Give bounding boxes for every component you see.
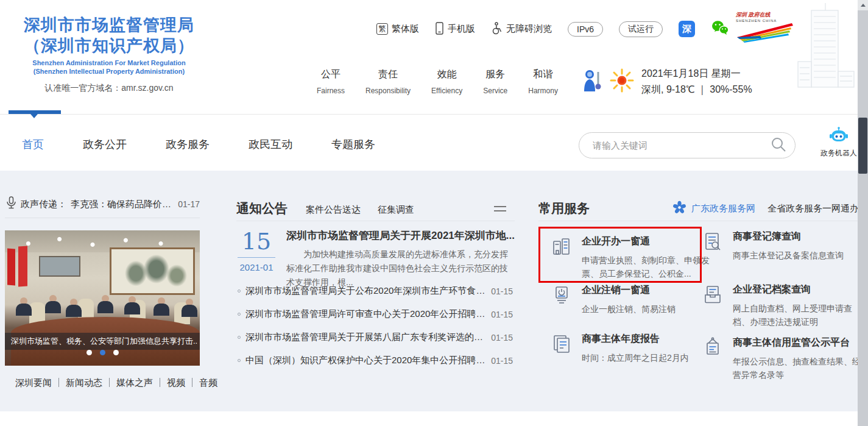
voice-news-bar: 政声传递： 李克强：确保药品降价不降... 01-17 [6, 196, 200, 212]
weather-widget: 2021年1月18日 星期一 深圳, 9-18℃ ｜ 30%-55% [582, 66, 752, 98]
scrollbar-thumb[interactable] [858, 118, 867, 174]
person [182, 299, 197, 317]
guangdong-gov-service-link[interactable]: 广东政务服务网 [691, 203, 755, 215]
search-icon[interactable] [771, 137, 786, 155]
homepage: 深圳市市场监督管理局 （深圳市知识产权局） Shenzhen Administr… [0, 0, 868, 426]
meeting-screen [39, 256, 80, 277]
scrollbar-up-arrow[interactable] [858, 0, 868, 10]
notice-row[interactable]: 中国（深圳）知识产权保护中心关于2020年集中公开招聘高...01-15 [238, 355, 513, 366]
link-audio[interactable]: 音频 [192, 378, 224, 387]
voice-label: 政声传递： [21, 199, 66, 210]
notice-row[interactable]: 深圳市市场监督管理局关于开展第八届广东专利奖评选的补...01-15 [238, 332, 513, 343]
building-sketch [792, 3, 860, 97]
archive-tray-icon [702, 283, 724, 328]
link-news-updates[interactable]: 新闻动态 [59, 378, 110, 387]
service-archive-search[interactable]: 企业登记档案查询网上自助查档、网上受理申请查档、办理违法违规证明 [702, 283, 862, 328]
person [153, 297, 169, 316]
service-annual-report[interactable]: 商事主体年度报告时间：成立周年之日起2月内 [551, 333, 711, 364]
carousel-image[interactable]: 深圳市场监管、税务、公安等部门加强信息共享打击.. [5, 230, 200, 366]
notice-row[interactable]: 深圳市市场监督管理局关于公布2020年深圳市生产环节食品...01-15 [238, 285, 513, 297]
nav-home[interactable]: 首页 [22, 137, 44, 152]
accessibility-link[interactable]: 无障碍浏览 [491, 22, 552, 37]
site-header: 深圳市市场监督管理局 （深圳市知识产权局） Shenzhen Administr… [0, 0, 868, 114]
featured-date: 15 2021-01 [238, 229, 275, 289]
nav-gov-disclosure[interactable]: 政务公开 [83, 137, 127, 152]
red-flag [18, 246, 27, 287]
trial-run-badge[interactable]: 试运行 [619, 21, 663, 37]
carousel-dot-3[interactable] [113, 350, 119, 355]
voice-headline[interactable]: 李克强：确保药品降价不降... [71, 199, 174, 210]
value-service: 服务Service [483, 68, 507, 95]
scrollbar-track[interactable] [858, 0, 868, 426]
link-video[interactable]: 视频 [160, 378, 192, 387]
carousel-caption[interactable]: 深圳市场监管、税务、公安等部门加强信息共享打击.. [5, 333, 200, 350]
traditional-icon: 繁 [376, 23, 388, 35]
tab-surveys[interactable]: 征集调查 [378, 204, 414, 216]
person [124, 296, 140, 314]
link-shenzhen-news[interactable]: 深圳要闻 [15, 378, 59, 387]
services-divider [538, 221, 859, 221]
accessibility-label: 无障碍浏览 [506, 23, 552, 35]
carousel-dots [5, 350, 200, 355]
notice-row[interactable]: 深圳市市场监督管理局许可审查中心关于2020年公开招聘医...01-15 [238, 308, 513, 320]
accessibility-icon [491, 22, 503, 37]
link-media-voice[interactable]: 媒体之声 [110, 378, 160, 387]
person [16, 297, 32, 316]
value-harmony: 和谐Harmony [528, 68, 558, 95]
i-shenzhen-app-icon[interactable]: 深 [679, 21, 695, 37]
robot-icon [828, 127, 849, 144]
sz-logo-text: 深圳 政府在线 [736, 11, 797, 19]
featured-summary: 为加快构建推动高质量发展的先进标准体系，充分发挥标准化工作助推我市建设中国特色社… [286, 247, 515, 289]
gov-robot-button[interactable]: 政务机器人 [818, 127, 859, 158]
service-registry-search[interactable]: 商事登记簿查询商事主体登记及备案信息查询 [702, 230, 862, 262]
document-search-icon [702, 230, 724, 262]
weather-person-icon [582, 68, 602, 95]
company-building-icon [551, 235, 573, 280]
weather-date: 2021年1月18日 星期一 [641, 66, 752, 82]
active-nav-arrow [30, 114, 38, 118]
person [45, 295, 61, 313]
site-title-en-1: Shenzhen Administration For Market Regul… [9, 59, 210, 67]
wechat-icon[interactable] [711, 20, 729, 38]
search-bar [579, 132, 796, 158]
tab-case-announcements[interactable]: 案件公告送达 [306, 204, 361, 216]
service-credit-platform[interactable]: 商事主体信用监管公示平台年报公示信息、抽查检查结果、经营异常名录等 [702, 336, 862, 382]
featured-notice[interactable]: 15 2021-01 深圳市市场监督管理局关于开展2021年深圳市地... 为加… [238, 229, 515, 289]
province-one-network-link[interactable]: 全省政务服务一网通办 [767, 203, 859, 215]
notices-title: 通知公告 [236, 200, 288, 217]
site-title-cn-1: 深圳市市场监督管理局 [9, 15, 210, 35]
highlight-red-box: 企业开办一窗通申请营业执照、刻制印章、申领发票、员工参保登记、公积金... [538, 227, 702, 283]
featured-month: 2021-01 [238, 262, 275, 272]
bullet-icon [238, 336, 241, 339]
carousel-dot-1[interactable] [86, 350, 92, 355]
red-flag [7, 249, 15, 286]
traditional-version-link[interactable]: 繁 繁体版 [376, 23, 419, 35]
services-title: 常用服务 [538, 200, 590, 217]
featured-day: 15 [238, 229, 275, 254]
carousel-dot-2[interactable] [100, 350, 105, 355]
bullet-icon [238, 289, 241, 293]
microphone-icon [6, 196, 16, 212]
featured-title[interactable]: 深圳市市场监督管理局关于开展2021年深圳市地... [286, 229, 515, 243]
shenzhen-china-logo[interactable]: 深圳 政府在线 SHENZHEN CHINA [736, 11, 797, 46]
voice-date: 01-17 [178, 199, 200, 209]
main-nav: 首页 政务公开 政务服务 政民互动 专题服务 政务机器人 [0, 114, 868, 171]
bullet-icon [238, 359, 241, 362]
search-input[interactable] [593, 140, 771, 151]
service-business-opening[interactable]: 企业开办一窗通申请营业执照、刻制印章、申领发票、员工参保登记、公积金... [551, 235, 711, 280]
nav-special-services[interactable]: 专题服务 [331, 137, 375, 152]
nav-gov-services[interactable]: 政务服务 [166, 137, 210, 152]
nav-public-interaction[interactable]: 政民互动 [249, 137, 292, 152]
phone-icon [435, 22, 444, 37]
bottom-white-strip [0, 411, 858, 426]
site-logo[interactable]: 深圳市市场监督管理局 （深圳市知识产权局） Shenzhen Administr… [9, 15, 210, 94]
service-business-deregistration[interactable]: 企业注销一窗通企业一般注销、简易注销 [551, 284, 711, 316]
notices-divider [236, 221, 515, 221]
notices-more-icon[interactable] [494, 206, 506, 215]
ipv6-badge[interactable]: IPv6 [568, 22, 603, 37]
weather-info: 深圳, 9-18℃ ｜ 30%-55% [641, 82, 752, 98]
value-responsibility: 责任Responsibility [365, 68, 411, 95]
person [97, 295, 113, 313]
core-values: 公平Fairness 责任Responsibility 效能Efficiency… [317, 68, 558, 95]
mobile-version-link[interactable]: 手机版 [435, 22, 475, 37]
